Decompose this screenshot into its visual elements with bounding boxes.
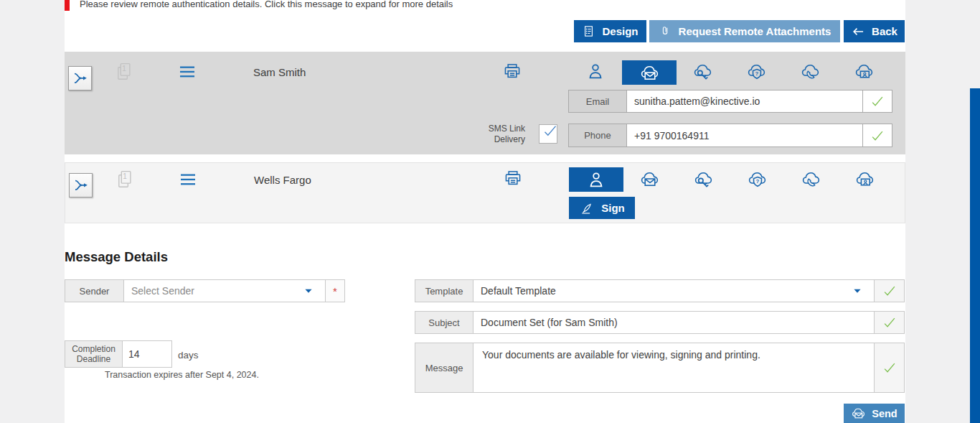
back-button[interactable]: Back [844,20,905,42]
document-count: 1 [121,172,129,180]
send-button-label: Send [872,408,897,419]
channel-in-person-selected[interactable] [569,167,623,192]
drag-handle-icon[interactable] [178,63,197,80]
message-label: Message [415,343,473,392]
phone-field-group: Phone [568,124,892,147]
email-valid-indicator [862,90,892,112]
merge-icon [72,177,90,194]
phone-input[interactable] [627,130,862,141]
sign-button[interactable]: Sign [569,197,635,219]
sender-required-marker: * [325,280,344,302]
cloud-key-icon[interactable] [692,61,713,82]
email-field-group: Email [568,90,892,113]
drag-handle-icon[interactable] [179,171,197,188]
green-check-icon [882,360,897,376]
back-button-label: Back [872,25,897,37]
template-label: Template [415,280,473,302]
quill-sign-icon [579,200,595,216]
merge-icon [72,70,89,87]
printer-icon[interactable] [503,168,523,188]
email-input[interactable] [627,96,862,107]
completion-deadline-group: Completion Deadline [65,340,172,368]
vertical-scrollbar[interactable] [970,88,980,423]
template-value: Default Template [473,285,563,297]
cloud-mail-icon [851,406,866,421]
message-details-heading: Message Details [65,249,168,265]
sms-link-delivery-label: SMS Link Delivery [473,124,525,145]
expiry-note: Transaction expires after Sept 4, 2024. [105,370,259,380]
send-button[interactable]: Send [844,404,905,423]
subject-field-group: Subject [415,311,905,334]
banner-text: Please review remote authentication deta… [70,0,905,9]
sender-value: Select Sender [124,285,202,297]
back-arrow-icon [851,24,865,39]
sender-field-group: Sender Select Sender * [65,279,345,302]
cloud-id-verification-icon[interactable] [854,169,875,190]
person-icon[interactable] [585,61,606,81]
message-valid-indicator [874,343,904,392]
design-button[interactable]: Design [574,20,646,42]
phone-label: Phone [569,124,627,147]
template-dropdown[interactable]: Default Template [473,280,874,302]
subject-label: Subject [415,312,473,333]
recipient-row-sam-smith: 1 Sam Smith Email SMS Link Delivery Phon… [65,52,905,154]
document-count-badge: 1 [115,168,135,191]
completion-deadline-input[interactable] [123,348,171,360]
cloud-mail-icon[interactable] [639,169,660,190]
subject-input[interactable] [473,317,874,328]
recipient-row-wells-fargo: 1 Wells Fargo Sign [65,162,905,223]
merge-recipient-button[interactable] [69,173,93,197]
cloud-shield-question-icon[interactable] [747,169,768,190]
recipient-name: Wells Fargo [254,174,311,186]
completion-deadline-label: Completion Deadline [65,341,123,367]
checkbox-check-icon [542,122,559,139]
email-label: Email [569,90,627,112]
green-check-icon [870,93,885,109]
document-count-badge: 1 [114,60,134,83]
printer-icon[interactable] [502,61,522,81]
sms-link-delivery-checkbox[interactable] [539,124,557,144]
green-check-icon [882,283,897,299]
channel-remote-email-selected[interactable] [622,60,677,85]
chevron-down-icon [301,287,316,296]
subject-valid-indicator [874,312,904,333]
request-remote-attachments-label: Request Remote Attachments [679,25,831,37]
document-count: 1 [120,65,128,73]
template-valid-indicator [874,280,904,302]
sender-label: Sender [65,280,124,302]
cloud-phone-icon[interactable] [800,61,821,82]
recipient-name: Sam Smith [253,66,306,78]
sign-button-label: Sign [601,202,625,214]
design-button-label: Design [602,25,638,37]
cloud-mail-icon [639,62,660,83]
merge-recipient-button[interactable] [68,66,92,90]
authentication-warning-banner[interactable]: Please review remote authentication deta… [65,0,905,11]
cloud-shield-question-icon[interactable] [746,61,767,82]
green-check-icon [870,128,885,144]
paperclip-icon [659,24,672,38]
chevron-down-icon [850,287,864,296]
person-icon [586,169,606,190]
cloud-key-icon[interactable] [693,169,714,190]
green-check-icon [882,315,897,330]
cloud-id-verification-icon[interactable] [854,61,875,82]
design-icon [582,24,595,38]
template-field-group: Template Default Template [415,279,905,302]
message-textarea[interactable]: Your documents are available for viewing… [473,343,769,366]
request-remote-attachments-button[interactable]: Request Remote Attachments [649,20,840,42]
sender-dropdown[interactable]: Select Sender [124,280,325,302]
phone-valid-indicator [862,124,892,147]
cloud-phone-icon[interactable] [801,169,821,190]
message-field-group: Message Your documents are available for… [415,343,905,393]
deadline-unit: days [178,350,199,361]
